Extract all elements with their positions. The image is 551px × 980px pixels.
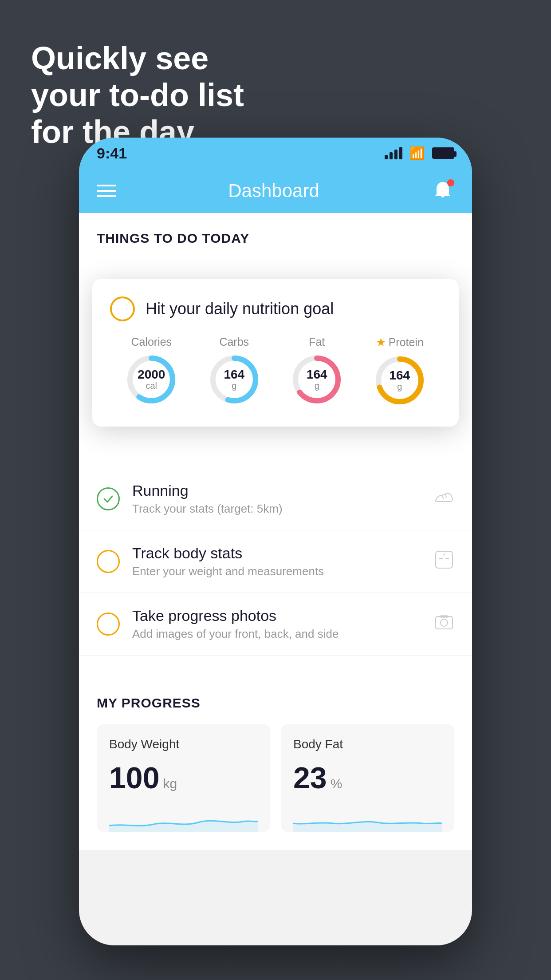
nav-title: Dashboard — [228, 180, 319, 202]
content-area: THINGS TO DO TODAY Hit your daily nutrit… — [79, 213, 472, 850]
scale-icon — [434, 549, 454, 574]
calories-label: Calories — [131, 336, 172, 348]
photo-icon — [434, 612, 454, 636]
body-weight-card[interactable]: Body Weight 100 kg — [97, 724, 270, 832]
protein-value: 164 — [389, 369, 410, 382]
nav-bar: Dashboard — [79, 169, 472, 213]
body-weight-chart — [109, 806, 258, 832]
calories-value-inner: 2000 cal — [138, 368, 165, 391]
running-checkbox[interactable] — [97, 487, 120, 510]
svg-point-10 — [441, 619, 448, 626]
progress-section: MY PROGRESS Body Weight 100 kg — [79, 673, 472, 850]
nutrition-card[interactable]: Hit your daily nutrition goal Calories 2… — [92, 279, 459, 427]
fat-value: 164 — [307, 368, 327, 381]
nutrition-item-fat: Fat 164 g — [290, 336, 343, 406]
protein-label: ★ Protein — [376, 336, 424, 349]
fat-value-inner: 164 g — [307, 368, 327, 391]
todo-item-progress-photos[interactable]: Take progress photos Add images of your … — [79, 593, 472, 656]
body-weight-value: 100 — [109, 760, 159, 795]
body-stats-desc: Enter your weight and measurements — [132, 565, 421, 578]
body-fat-card-title: Body Fat — [293, 737, 442, 751]
body-fat-value-row: 23 % — [293, 760, 442, 795]
running-desc: Track your stats (target: 5km) — [132, 502, 421, 516]
fat-label: Fat — [309, 336, 325, 348]
nutrition-item-protein: ★ Protein 164 g — [373, 336, 426, 407]
body-weight-unit: kg — [163, 776, 177, 791]
calories-unit: cal — [138, 381, 165, 391]
headline: Quickly see your to-do list for the day. — [31, 40, 244, 150]
todo-list: Running Track your stats (target: 5km) T… — [79, 468, 472, 656]
todo-item-running[interactable]: Running Track your stats (target: 5km) — [79, 468, 472, 530]
carbs-value: 164 — [224, 368, 244, 381]
progress-photos-text: Take progress photos Add images of your … — [132, 607, 421, 641]
calories-value: 2000 — [138, 368, 165, 381]
notification-bell-button[interactable] — [431, 179, 454, 202]
progress-photos-checkbox[interactable] — [97, 612, 120, 636]
running-shoe-icon — [434, 489, 454, 509]
progress-title: MY PROGRESS — [97, 695, 454, 711]
svg-rect-9 — [436, 616, 453, 629]
protein-donut: 164 g — [373, 354, 426, 407]
progress-photos-name: Take progress photos — [132, 607, 421, 624]
things-today-title: THINGS TO DO TODAY — [97, 231, 454, 246]
body-fat-chart — [293, 806, 442, 832]
body-stats-name: Track body stats — [132, 545, 421, 562]
status-bar: 9:41 📶 — [79, 138, 472, 169]
nutrition-item-calories: Calories 2000 cal — [125, 336, 178, 406]
section-header: THINGS TO DO TODAY — [79, 213, 472, 255]
nutrition-circles: Calories 2000 cal Carbs — [110, 336, 441, 407]
carbs-unit: g — [224, 381, 244, 391]
body-fat-card[interactable]: Body Fat 23 % — [281, 724, 454, 832]
nutrition-item-carbs: Carbs 164 g — [208, 336, 261, 406]
status-icons: 📶 — [385, 146, 454, 161]
carbs-donut: 164 g — [208, 353, 261, 406]
protein-value-inner: 164 g — [389, 369, 410, 392]
signal-icon — [385, 147, 402, 159]
protein-unit: g — [389, 382, 410, 392]
status-time: 9:41 — [97, 145, 127, 162]
phone-mockup: 9:41 📶 Dashboard — [79, 138, 472, 945]
nutrition-card-title: Hit your daily nutrition goal — [146, 300, 334, 318]
running-text: Running Track your stats (target: 5km) — [132, 482, 421, 516]
todo-item-body-stats[interactable]: Track body stats Enter your weight and m… — [79, 530, 472, 593]
fat-donut: 164 g — [290, 353, 343, 406]
calories-donut: 2000 cal — [125, 353, 178, 406]
body-fat-value: 23 — [293, 760, 327, 795]
carbs-label: Carbs — [219, 336, 249, 348]
carbs-value-inner: 164 g — [224, 368, 244, 391]
fat-unit: g — [307, 381, 327, 391]
body-stats-checkbox[interactable] — [97, 550, 120, 573]
battery-icon — [432, 147, 454, 159]
hamburger-menu-button[interactable] — [97, 185, 116, 197]
body-weight-value-row: 100 kg — [109, 760, 258, 795]
body-stats-text: Track body stats Enter your weight and m… — [132, 545, 421, 578]
nutrition-checkbox[interactable] — [110, 296, 135, 321]
notification-dot — [447, 179, 454, 186]
body-weight-card-title: Body Weight — [109, 737, 258, 751]
nutrition-card-header: Hit your daily nutrition goal — [110, 296, 441, 321]
body-fat-unit: % — [331, 776, 342, 791]
running-name: Running — [132, 482, 421, 499]
protein-star-icon: ★ — [376, 336, 386, 349]
wifi-icon: 📶 — [409, 146, 425, 161]
progress-cards: Body Weight 100 kg Body Fat — [97, 724, 454, 832]
progress-photos-desc: Add images of your front, back, and side — [132, 627, 421, 641]
